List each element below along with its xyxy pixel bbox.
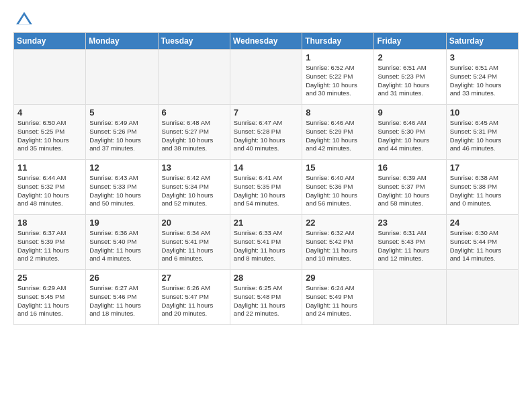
day-number: 14	[234, 163, 298, 173]
day-info: Sunrise: 6:51 AM Sunset: 5:23 PM Dayligh…	[378, 64, 442, 98]
day-number: 1	[306, 52, 370, 62]
day-number: 15	[306, 163, 370, 173]
calendar-cell: 14Sunrise: 6:41 AM Sunset: 5:35 PM Dayli…	[230, 160, 302, 215]
calendar-cell: 2Sunrise: 6:51 AM Sunset: 5:23 PM Daylig…	[374, 50, 446, 105]
day-info: Sunrise: 6:24 AM Sunset: 5:49 PM Dayligh…	[306, 284, 370, 318]
day-number: 17	[450, 163, 515, 173]
day-info: Sunrise: 6:38 AM Sunset: 5:38 PM Dayligh…	[450, 174, 515, 208]
day-info: Sunrise: 6:49 AM Sunset: 5:26 PM Dayligh…	[89, 119, 154, 153]
day-number: 18	[17, 218, 82, 228]
calendar-cell: 4Sunrise: 6:50 AM Sunset: 5:25 PM Daylig…	[14, 105, 86, 160]
weekday-header: Monday	[86, 33, 158, 50]
calendar-cell: 13Sunrise: 6:42 AM Sunset: 5:34 PM Dayli…	[158, 160, 230, 215]
calendar-cell: 8Sunrise: 6:46 AM Sunset: 5:29 PM Daylig…	[302, 105, 374, 160]
day-info: Sunrise: 6:27 AM Sunset: 5:46 PM Dayligh…	[89, 284, 154, 318]
day-number: 24	[450, 218, 515, 228]
day-info: Sunrise: 6:32 AM Sunset: 5:42 PM Dayligh…	[306, 229, 370, 263]
calendar-week-row: 11Sunrise: 6:44 AM Sunset: 5:32 PM Dayli…	[14, 160, 519, 215]
day-number: 23	[378, 218, 442, 228]
weekday-header: Saturday	[446, 33, 518, 50]
weekday-header: Thursday	[302, 33, 374, 50]
day-info: Sunrise: 6:46 AM Sunset: 5:29 PM Dayligh…	[306, 119, 370, 153]
calendar-week-row: 4Sunrise: 6:50 AM Sunset: 5:25 PM Daylig…	[14, 105, 519, 160]
weekday-header: Tuesday	[158, 33, 230, 50]
day-info: Sunrise: 6:30 AM Sunset: 5:44 PM Dayligh…	[450, 229, 515, 263]
day-info: Sunrise: 6:34 AM Sunset: 5:41 PM Dayligh…	[162, 229, 226, 263]
calendar-cell: 3Sunrise: 6:51 AM Sunset: 5:24 PM Daylig…	[446, 50, 518, 105]
day-info: Sunrise: 6:31 AM Sunset: 5:43 PM Dayligh…	[378, 229, 442, 263]
day-number: 4	[17, 107, 82, 118]
day-info: Sunrise: 6:47 AM Sunset: 5:28 PM Dayligh…	[234, 119, 298, 153]
day-info: Sunrise: 6:44 AM Sunset: 5:32 PM Dayligh…	[17, 174, 82, 208]
calendar-cell	[230, 50, 302, 105]
day-info: Sunrise: 6:45 AM Sunset: 5:31 PM Dayligh…	[450, 119, 515, 153]
day-number: 6	[162, 107, 226, 118]
day-number: 13	[162, 163, 226, 173]
logo	[13, 11, 35, 28]
day-number: 27	[162, 273, 226, 283]
day-info: Sunrise: 6:29 AM Sunset: 5:45 PM Dayligh…	[17, 284, 82, 318]
day-number: 28	[234, 273, 298, 283]
calendar-cell: 16Sunrise: 6:39 AM Sunset: 5:37 PM Dayli…	[374, 160, 446, 215]
calendar-cell: 19Sunrise: 6:36 AM Sunset: 5:40 PM Dayli…	[86, 215, 158, 270]
weekday-header: Sunday	[14, 33, 86, 50]
day-number: 21	[234, 218, 298, 228]
day-number: 12	[89, 163, 154, 173]
day-number: 29	[306, 273, 370, 283]
calendar-cell: 20Sunrise: 6:34 AM Sunset: 5:41 PM Dayli…	[158, 215, 230, 270]
day-number: 10	[450, 107, 515, 118]
day-number: 20	[162, 218, 226, 228]
day-info: Sunrise: 6:50 AM Sunset: 5:25 PM Dayligh…	[17, 119, 82, 153]
calendar-cell: 18Sunrise: 6:37 AM Sunset: 5:39 PM Dayli…	[14, 215, 86, 270]
calendar-cell	[446, 270, 518, 325]
calendar-cell	[86, 50, 158, 105]
day-info: Sunrise: 6:26 AM Sunset: 5:47 PM Dayligh…	[162, 284, 226, 318]
day-number: 5	[89, 107, 154, 118]
calendar-cell: 25Sunrise: 6:29 AM Sunset: 5:45 PM Dayli…	[14, 270, 86, 325]
calendar-cell: 1Sunrise: 6:52 AM Sunset: 5:22 PM Daylig…	[302, 50, 374, 105]
calendar-week-row: 18Sunrise: 6:37 AM Sunset: 5:39 PM Dayli…	[14, 215, 519, 270]
calendar-cell	[158, 50, 230, 105]
day-number: 25	[17, 273, 82, 283]
calendar-cell: 22Sunrise: 6:32 AM Sunset: 5:42 PM Dayli…	[302, 215, 374, 270]
calendar-cell: 12Sunrise: 6:43 AM Sunset: 5:33 PM Dayli…	[86, 160, 158, 215]
calendar-cell: 7Sunrise: 6:47 AM Sunset: 5:28 PM Daylig…	[230, 105, 302, 160]
day-info: Sunrise: 6:48 AM Sunset: 5:27 PM Dayligh…	[162, 119, 226, 153]
calendar-cell: 6Sunrise: 6:48 AM Sunset: 5:27 PM Daylig…	[158, 105, 230, 160]
day-info: Sunrise: 6:41 AM Sunset: 5:35 PM Dayligh…	[234, 174, 298, 208]
day-number: 19	[89, 218, 154, 228]
calendar-cell: 9Sunrise: 6:46 AM Sunset: 5:30 PM Daylig…	[374, 105, 446, 160]
calendar-table: SundayMondayTuesdayWednesdayThursdayFrid…	[13, 32, 519, 325]
day-info: Sunrise: 6:40 AM Sunset: 5:36 PM Dayligh…	[306, 174, 370, 208]
header-row: SundayMondayTuesdayWednesdayThursdayFrid…	[14, 33, 519, 50]
calendar-cell: 5Sunrise: 6:49 AM Sunset: 5:26 PM Daylig…	[86, 105, 158, 160]
day-info: Sunrise: 6:46 AM Sunset: 5:30 PM Dayligh…	[378, 119, 442, 153]
day-number: 7	[234, 107, 298, 118]
day-info: Sunrise: 6:25 AM Sunset: 5:48 PM Dayligh…	[234, 284, 298, 318]
calendar-cell: 28Sunrise: 6:25 AM Sunset: 5:48 PM Dayli…	[230, 270, 302, 325]
day-info: Sunrise: 6:51 AM Sunset: 5:24 PM Dayligh…	[450, 64, 515, 98]
day-number: 26	[89, 273, 154, 283]
day-info: Sunrise: 6:39 AM Sunset: 5:37 PM Dayligh…	[378, 174, 442, 208]
day-number: 22	[306, 218, 370, 228]
main-container: SundayMondayTuesdayWednesdayThursdayFrid…	[0, 0, 532, 332]
day-info: Sunrise: 6:43 AM Sunset: 5:33 PM Dayligh…	[89, 174, 154, 208]
day-info: Sunrise: 6:42 AM Sunset: 5:34 PM Dayligh…	[162, 174, 226, 208]
day-info: Sunrise: 6:36 AM Sunset: 5:40 PM Dayligh…	[89, 229, 154, 263]
calendar-cell: 15Sunrise: 6:40 AM Sunset: 5:36 PM Dayli…	[302, 160, 374, 215]
day-number: 8	[306, 107, 370, 118]
day-info: Sunrise: 6:37 AM Sunset: 5:39 PM Dayligh…	[17, 229, 82, 263]
calendar-cell: 10Sunrise: 6:45 AM Sunset: 5:31 PM Dayli…	[446, 105, 518, 160]
day-info: Sunrise: 6:33 AM Sunset: 5:41 PM Dayligh…	[234, 229, 298, 263]
calendar-cell: 17Sunrise: 6:38 AM Sunset: 5:38 PM Dayli…	[446, 160, 518, 215]
calendar-cell	[14, 50, 86, 105]
calendar-cell: 24Sunrise: 6:30 AM Sunset: 5:44 PM Dayli…	[446, 215, 518, 270]
weekday-header: Friday	[374, 33, 446, 50]
day-number: 9	[378, 107, 442, 118]
calendar-cell: 27Sunrise: 6:26 AM Sunset: 5:47 PM Dayli…	[158, 270, 230, 325]
calendar-cell: 23Sunrise: 6:31 AM Sunset: 5:43 PM Dayli…	[374, 215, 446, 270]
calendar-week-row: 1Sunrise: 6:52 AM Sunset: 5:22 PM Daylig…	[14, 50, 519, 105]
day-number: 16	[378, 163, 442, 173]
day-number: 3	[450, 52, 515, 62]
day-info: Sunrise: 6:52 AM Sunset: 5:22 PM Dayligh…	[306, 64, 370, 98]
